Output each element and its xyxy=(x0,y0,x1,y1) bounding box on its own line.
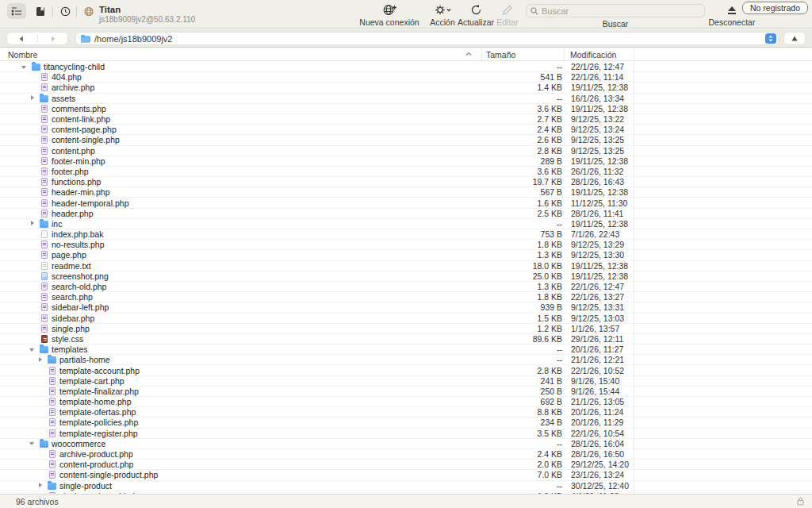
edit-button[interactable]: Editar xyxy=(488,3,527,27)
disclosure-chevron-icon[interactable] xyxy=(29,231,36,238)
file-row[interactable]: content-link.php 2.7 KB 9/12/25, 13:22 xyxy=(0,114,812,125)
forward-button[interactable] xyxy=(38,32,69,45)
file-row[interactable]: content-product.php 2.0 KB 29/12/25, 14:… xyxy=(0,460,812,470)
disclosure-chevron-icon[interactable] xyxy=(29,283,36,291)
disclosure-chevron-icon[interactable] xyxy=(36,461,44,468)
disclosure-chevron-icon[interactable] xyxy=(29,241,36,248)
disclosure-chevron-icon[interactable] xyxy=(36,419,44,426)
file-row[interactable]: footer-min.php 289 B 19/11/25, 12:38 xyxy=(0,156,812,167)
column-header-size[interactable]: Tamaño xyxy=(482,48,565,60)
file-row[interactable]: search.php 1.8 KB 22/1/26, 13:27 xyxy=(0,292,812,302)
disclosure-chevron-icon[interactable] xyxy=(29,94,36,102)
disclosure-chevron-icon[interactable] xyxy=(29,210,36,217)
disclosure-chevron-icon[interactable] xyxy=(29,105,36,112)
disclosure-chevron-icon[interactable] xyxy=(29,167,36,175)
file-row[interactable]: titancycling-child -- 22/1/26, 12:47 xyxy=(0,62,812,72)
disclosure-chevron-icon[interactable] xyxy=(29,314,36,321)
bookmarks-button[interactable] xyxy=(32,3,49,19)
file-row[interactable]: single.php 1.2 KB 1/1/26, 13:57 xyxy=(0,324,812,334)
back-button[interactable] xyxy=(6,32,37,45)
column-header-name[interactable]: Nombre xyxy=(0,48,482,60)
file-row[interactable]: header.php 2.5 KB 28/1/26, 11:41 xyxy=(0,209,812,219)
history-button[interactable] xyxy=(56,3,75,19)
file-row[interactable]: content-page.php 2.4 KB 9/12/25, 13:24 xyxy=(0,125,812,135)
file-row[interactable]: template-account.php 2.8 KB 22/1/26, 10:… xyxy=(0,365,812,375)
file-row[interactable]: search-old.php 1.3 KB 22/1/26, 12:47 xyxy=(0,282,812,292)
file-row[interactable]: template-cart.php 241 B 9/1/26, 15:40 xyxy=(0,376,812,387)
disclosure-chevron-icon[interactable] xyxy=(29,116,36,123)
file-row[interactable]: 404.php 541 B 22/1/26, 11:14 xyxy=(0,72,812,83)
disclosure-chevron-icon[interactable] xyxy=(29,157,36,164)
file-row[interactable]: archive.php 1.4 KB 19/11/25, 12:38 xyxy=(0,83,812,93)
disclosure-chevron-icon[interactable] xyxy=(29,74,36,81)
disclosure-chevron-icon[interactable] xyxy=(36,409,44,416)
sidebar-toggle-button[interactable] xyxy=(7,3,26,19)
disclosure-chevron-icon[interactable] xyxy=(21,64,29,71)
file-row[interactable]: single-product -- 30/12/25, 12:40 xyxy=(0,481,812,491)
disclosure-chevron-icon[interactable] xyxy=(36,398,44,406)
new-connection-button[interactable]: Nueva conexión xyxy=(357,3,422,27)
file-row[interactable]: header-temporal.php 1.6 KB 11/12/25, 11:… xyxy=(0,198,812,208)
disclosure-chevron-icon[interactable] xyxy=(29,179,36,186)
search-input[interactable] xyxy=(542,6,700,16)
disclosure-chevron-icon[interactable] xyxy=(29,147,36,154)
column-header-modified[interactable]: Modificación xyxy=(565,48,634,60)
disclosure-chevron-icon[interactable] xyxy=(36,429,44,437)
file-row[interactable]: functions.php 19.7 KB 28/1/26, 16:43 xyxy=(0,177,812,187)
file-row[interactable]: sidebar.php 1.5 KB 9/12/25, 13:03 xyxy=(0,314,812,324)
parent-directory-button[interactable] xyxy=(783,32,806,45)
file-row[interactable]: style.css 89.6 KB 29/1/26, 12:11 xyxy=(0,334,812,344)
file-row[interactable]: content.php 2.8 KB 9/12/25, 13:25 xyxy=(0,146,812,156)
path-field[interactable]: /home/js18b9009jv2 xyxy=(75,32,779,45)
file-row[interactable]: readme.txt 18.0 KB 19/11/25, 12:38 xyxy=(0,261,812,271)
file-row[interactable]: page.php 1.3 KB 9/12/25, 13:30 xyxy=(0,250,812,260)
unregistered-badge[interactable]: No registrado xyxy=(742,2,808,14)
file-row[interactable]: footer.php 3.6 KB 26/1/26, 11:32 xyxy=(0,167,812,177)
file-row[interactable]: template-ofertas.php 8.8 KB 20/1/26, 11:… xyxy=(0,407,812,418)
disclosure-chevron-icon[interactable] xyxy=(36,356,44,364)
file-row[interactable]: template-finalizar.php 250 B 9/1/26, 15:… xyxy=(0,387,812,397)
path-stepper-icon[interactable] xyxy=(765,33,776,44)
disclosure-chevron-icon[interactable] xyxy=(29,346,36,353)
file-row[interactable]: screenshot.png 25.0 KB 19/11/25, 12:38 xyxy=(0,271,812,282)
file-row[interactable]: comments.php 3.6 KB 19/11/25, 12:38 xyxy=(0,104,812,114)
file-row[interactable]: assets -- 16/1/26, 13:34 xyxy=(0,94,812,104)
disclosure-chevron-icon[interactable] xyxy=(29,252,36,259)
disclosure-chevron-icon[interactable] xyxy=(29,440,36,447)
disclosure-chevron-icon[interactable] xyxy=(29,126,36,133)
file-row[interactable]: woocommerce -- 28/1/26, 16:04 xyxy=(0,439,812,449)
disclosure-chevron-icon[interactable] xyxy=(29,294,36,301)
disclosure-chevron-icon[interactable] xyxy=(36,377,44,384)
disclosure-chevron-icon[interactable] xyxy=(29,272,36,279)
file-row[interactable]: template-policies.php 234 B 20/1/26, 11:… xyxy=(0,418,812,428)
servers-button[interactable] xyxy=(79,3,98,19)
file-row[interactable]: content-single.php 2.6 KB 9/12/25, 13:25 xyxy=(0,135,812,145)
disclosure-chevron-icon[interactable] xyxy=(36,482,44,489)
disclosure-chevron-icon[interactable] xyxy=(29,84,36,91)
file-row[interactable]: sidebar-left.php 939 B 9/12/25, 13:31 xyxy=(0,302,812,313)
file-row[interactable]: content-single-product.php 7.0 KB 23/1/2… xyxy=(0,470,812,480)
search-field[interactable] xyxy=(526,4,705,17)
file-row[interactable]: index.php.bak 753 B 7/1/26, 22:43 xyxy=(0,229,812,240)
file-row[interactable]: inc -- 19/11/25, 12:38 xyxy=(0,219,812,229)
disclosure-chevron-icon[interactable] xyxy=(36,451,44,458)
file-row[interactable]: no-results.php 1.8 KB 9/12/25, 13:29 xyxy=(0,240,812,250)
file-list: titancycling-child -- 22/1/26, 12:47 404… xyxy=(0,62,812,494)
file-row[interactable]: partials-home -- 21/1/26, 12:21 xyxy=(0,355,812,365)
file-row[interactable]: template-home.php 692 B 21/1/26, 13:05 xyxy=(0,397,812,407)
disclosure-chevron-icon[interactable] xyxy=(29,199,36,206)
file-row[interactable]: templates -- 20/1/26, 11:27 xyxy=(0,344,812,355)
disclosure-chevron-icon[interactable] xyxy=(29,189,36,196)
file-row[interactable]: template-register.php 3.5 KB 22/1/26, 10… xyxy=(0,429,812,439)
disclosure-chevron-icon[interactable] xyxy=(36,471,44,479)
disclosure-chevron-icon[interactable] xyxy=(29,262,36,269)
disclosure-chevron-icon[interactable] xyxy=(36,367,44,374)
disclosure-chevron-icon[interactable] xyxy=(36,387,44,394)
disclosure-chevron-icon[interactable] xyxy=(29,304,36,311)
disclosure-chevron-icon[interactable] xyxy=(29,335,36,342)
disclosure-chevron-icon[interactable] xyxy=(29,220,36,227)
disclosure-chevron-icon[interactable] xyxy=(29,325,36,332)
file-row[interactable]: header-min.php 567 B 19/11/25, 12:38 xyxy=(0,187,812,198)
disclosure-chevron-icon[interactable] xyxy=(29,137,36,144)
file-row[interactable]: archive-product.php 2.4 KB 28/1/26, 16:5… xyxy=(0,449,812,460)
